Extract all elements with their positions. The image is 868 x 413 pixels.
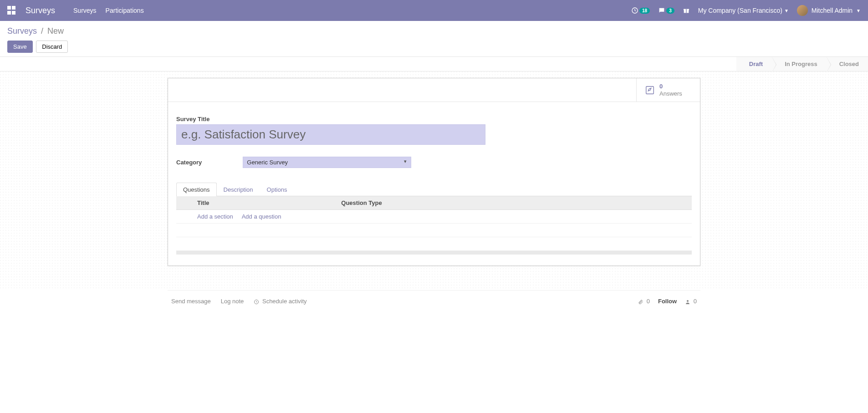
- schedule-activity-link[interactable]: Schedule activity: [254, 298, 306, 305]
- send-message-link[interactable]: Send message: [171, 298, 211, 305]
- chat-icon: [658, 7, 665, 14]
- avatar: [797, 5, 808, 16]
- user-menu[interactable]: Mitchell Admin ▼: [797, 5, 861, 16]
- chevron-down-icon: ▼: [856, 8, 861, 13]
- category-select[interactable]: Generic Survey: [243, 157, 411, 168]
- col-handle: [176, 196, 193, 210]
- chatter-right: 0 Follow 0: [638, 298, 697, 305]
- sheet-body: Survey Title Category Generic Survey Que…: [168, 102, 700, 265]
- col-question-type: Question Type: [337, 196, 675, 210]
- svg-point-6: [687, 300, 689, 302]
- followers-count[interactable]: 0: [685, 298, 697, 305]
- empty-row: [176, 224, 692, 237]
- paperclip-icon: [638, 299, 643, 305]
- col-title: Title: [193, 196, 337, 210]
- apps-icon[interactable]: [7, 6, 16, 15]
- chevron-down-icon: ▼: [784, 8, 789, 13]
- nav-link-participations[interactable]: Participations: [106, 7, 144, 14]
- category-label: Category: [176, 159, 202, 166]
- survey-title-input[interactable]: [176, 124, 485, 145]
- status-draft[interactable]: Draft: [736, 57, 772, 71]
- answers-statbox[interactable]: 0 Answers: [636, 78, 700, 102]
- survey-title-label: Survey Title: [176, 116, 692, 122]
- gift-icon[interactable]: [683, 7, 690, 14]
- follow-button[interactable]: Follow: [658, 298, 677, 305]
- company-selector[interactable]: My Company (San Francisco) ▼: [698, 7, 789, 14]
- top-nav: Surveys Surveys Participations 18 3 My C…: [0, 0, 868, 21]
- activity-indicator[interactable]: 18: [631, 7, 650, 14]
- breadcrumb-separator: /: [41, 26, 43, 36]
- status-closed[interactable]: Closed: [827, 57, 868, 71]
- save-button[interactable]: Save: [7, 41, 33, 53]
- table-footer-bar: [176, 251, 692, 255]
- status-in-progress[interactable]: In Progress: [772, 57, 827, 71]
- answers-count: 0: [659, 83, 682, 90]
- category-select-wrap: Generic Survey: [243, 157, 411, 168]
- category-row: Category Generic Survey: [176, 157, 692, 168]
- form-sheet: 0 Answers Survey Title Category Generic …: [168, 78, 700, 266]
- user-name: Mitchell Admin: [812, 7, 853, 14]
- pencil-square-icon: [645, 85, 655, 95]
- statbox-row: 0 Answers: [168, 78, 700, 102]
- add-section-link[interactable]: Add a section: [197, 213, 233, 220]
- nav-right: 18 3 My Company (San Francisco) ▼ Mitche…: [631, 5, 861, 16]
- attachments-count[interactable]: 0: [638, 298, 650, 305]
- company-name: My Company (San Francisco): [698, 7, 782, 14]
- control-bar: Surveys / New Save Discard: [0, 21, 868, 57]
- breadcrumb-root[interactable]: Surveys: [7, 26, 37, 36]
- person-icon: [685, 299, 690, 305]
- status-bar: Draft In Progress Closed: [0, 57, 868, 71]
- empty-row: [176, 237, 692, 251]
- discard-button[interactable]: Discard: [36, 41, 68, 53]
- messages-indicator[interactable]: 3: [658, 7, 674, 14]
- nav-link-surveys[interactable]: Surveys: [73, 7, 97, 14]
- form-canvas: 0 Answers Survey Title Category Generic …: [0, 71, 868, 290]
- clock-icon: [254, 299, 259, 305]
- answers-label: Answers: [659, 90, 682, 97]
- clock-icon: [631, 7, 638, 14]
- tab-bar: Questions Description Options: [176, 183, 692, 196]
- nav-links: Surveys Participations: [73, 7, 144, 14]
- tab-options[interactable]: Options: [260, 183, 294, 196]
- add-row: Add a section Add a question: [176, 210, 692, 224]
- tab-questions[interactable]: Questions: [176, 183, 217, 196]
- activity-badge: 18: [639, 8, 650, 14]
- questions-table: Title Question Type Add a section Add a …: [176, 196, 692, 251]
- app-title: Surveys: [26, 6, 55, 15]
- breadcrumb-current: New: [47, 26, 64, 36]
- log-note-link[interactable]: Log note: [221, 298, 244, 305]
- svg-rect-3: [686, 9, 686, 13]
- add-question-link[interactable]: Add a question: [242, 213, 281, 220]
- chatter: Send message Log note Schedule activity …: [168, 290, 700, 312]
- tab-description[interactable]: Description: [217, 183, 260, 196]
- messages-badge: 3: [666, 8, 674, 14]
- col-actions: [675, 196, 692, 210]
- breadcrumb: Surveys / New: [7, 26, 861, 36]
